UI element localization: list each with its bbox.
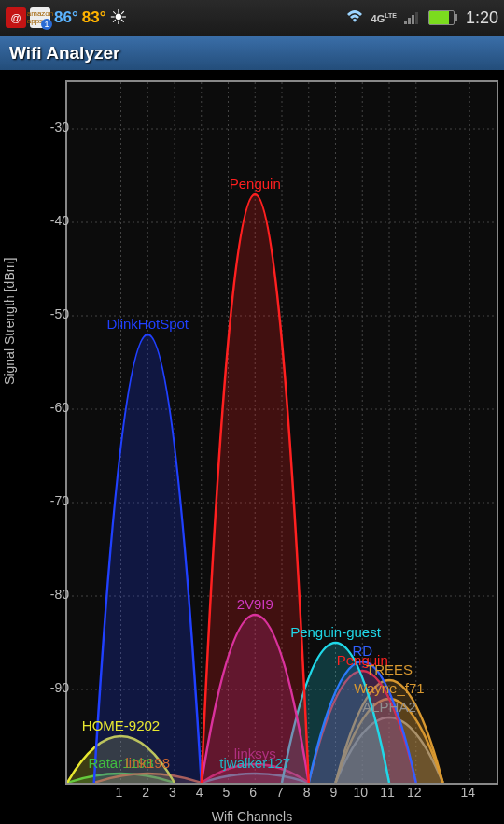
y-tick: -60 [32, 400, 69, 415]
y-tick: -80 [32, 587, 69, 602]
y-tick: -30 [32, 120, 69, 135]
app-title: Wifi Analyzer [9, 43, 119, 64]
x-tick: 7 [276, 785, 284, 800]
svg-rect-2 [412, 15, 414, 24]
weather-icon: ☀ [109, 6, 128, 30]
plot-area[interactable]: PenguinDlinkHotSpotPenguin-guest2V9I9RDP… [65, 80, 498, 785]
svg-rect-0 [404, 21, 407, 24]
status-bar: @ amazonapps 1 86° 83° ☀ 4GLTE 1:20 [0, 0, 504, 36]
x-tick: 14 [460, 785, 475, 800]
chart[interactable]: Signal Strength [dBm] Wifi Channels Peng… [0, 71, 504, 824]
signal-icon [404, 9, 421, 27]
y-tick: -70 [32, 493, 69, 508]
temp-current: 86° [54, 8, 78, 27]
x-tick: 12 [407, 785, 422, 800]
x-tick: 8 [303, 785, 311, 800]
chart-svg [67, 82, 497, 783]
y-tick: -50 [32, 306, 69, 321]
x-tick: 5 [223, 785, 231, 800]
y-axis-label: Signal Strength [dBm] [2, 258, 17, 385]
network-icon: 4GLTE [371, 12, 397, 24]
svg-rect-1 [408, 18, 411, 24]
x-tick: 4 [196, 785, 203, 800]
clock: 1:20 [466, 8, 498, 28]
x-tick: 2 [142, 785, 149, 800]
x-tick: 1 [116, 785, 123, 800]
battery-icon [428, 10, 455, 25]
svg-rect-3 [415, 12, 418, 24]
x-tick: 3 [169, 785, 176, 800]
x-tick: 6 [249, 785, 257, 800]
x-tick: 10 [353, 785, 368, 800]
x-tick: 9 [330, 785, 338, 800]
app-title-bar: Wifi Analyzer [0, 36, 504, 71]
y-tick: -40 [32, 213, 69, 228]
mail-icon: @ [6, 7, 26, 28]
y-tick: -90 [32, 680, 69, 695]
x-axis-label: Wifi Channels [212, 809, 292, 824]
appstore-icon: amazonapps 1 [30, 7, 50, 28]
temp-high: 83° [82, 8, 106, 27]
x-tick: 11 [380, 785, 395, 800]
wifi-icon [345, 9, 364, 27]
